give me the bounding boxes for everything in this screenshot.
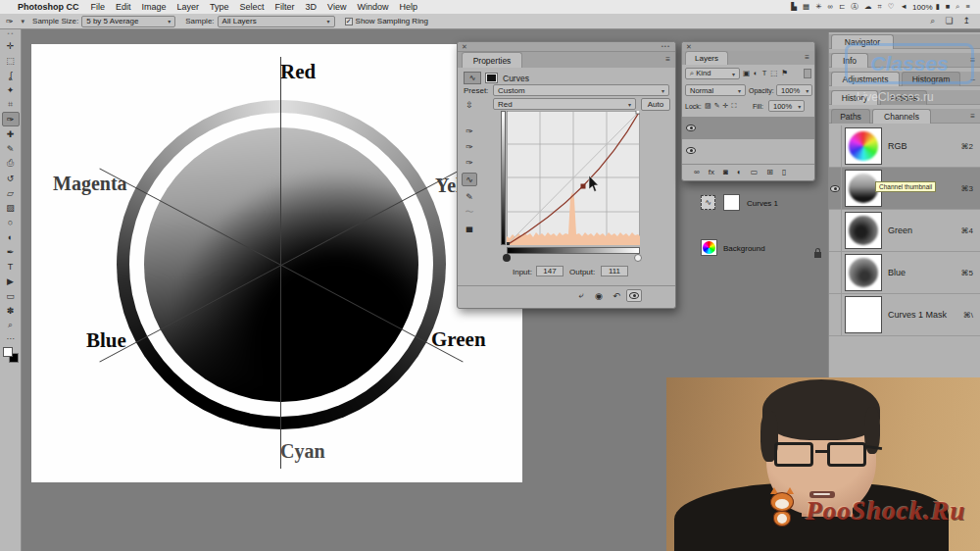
panel-menu-icon[interactable]: – xyxy=(971,75,975,83)
visibility-well[interactable] xyxy=(829,252,842,294)
preset-dropdown[interactable]: Custom ▾ xyxy=(493,84,669,96)
tab-paths[interactable]: Paths xyxy=(831,109,870,124)
black-point-eyedropper-icon[interactable]: ✑ xyxy=(462,125,477,138)
lasso-tool[interactable]: ʆ xyxy=(2,68,20,82)
white-point-slider[interactable] xyxy=(634,254,642,262)
sample-size-dropdown[interactable]: 5 by 5 Average ▾ xyxy=(81,16,175,27)
panel-menu-icon[interactable]: ≡ xyxy=(970,56,975,65)
status-icons[interactable]: ▙ ▦ ✳ ∞ ⊏ Ⓐ ☁ ⌗ ♡ ◄ xyxy=(791,2,909,12)
menu-window[interactable]: Window xyxy=(357,2,388,12)
visibility-well[interactable] xyxy=(829,294,842,336)
reset-adjustment-icon[interactable]: ↶ xyxy=(609,289,624,302)
blend-mode-dropdown[interactable]: Normal▾ xyxy=(685,84,746,96)
eyedropper-tool[interactable]: ✑ xyxy=(2,112,20,126)
move-tool[interactable]: ✛ xyxy=(2,38,20,53)
close-icon[interactable]: ✕ xyxy=(462,43,467,51)
channel-dropdown[interactable]: Red ▾ xyxy=(493,98,636,110)
visibility-well[interactable] xyxy=(829,168,842,210)
marquee-tool[interactable]: ⬚ xyxy=(2,53,20,68)
auto-button[interactable]: Auto xyxy=(641,98,670,111)
layer-row-background[interactable]: Background xyxy=(682,139,814,162)
edit-toolbar-ellipsis[interactable]: ⋯ xyxy=(7,334,15,343)
healing-brush-tool[interactable]: ✚ xyxy=(2,126,20,141)
sample-dropdown[interactable]: All Layers ▾ xyxy=(218,16,335,27)
lock-position-icon[interactable]: ✛ xyxy=(723,102,729,110)
foreground-color-swatch[interactable] xyxy=(3,347,13,357)
workspace-icon[interactable]: ❏ xyxy=(945,16,953,26)
menu-filter[interactable]: Filter xyxy=(275,2,295,12)
channel-visibility-eye-icon[interactable] xyxy=(830,185,840,192)
menu-select[interactable]: Select xyxy=(240,2,265,12)
menu-3d[interactable]: 3D xyxy=(306,2,318,12)
properties-panel-header[interactable]: ✕ ••• xyxy=(458,42,675,52)
channel-row-green[interactable]: Green ⌘4 xyxy=(829,210,980,252)
filter-toggle-switch[interactable] xyxy=(804,69,811,78)
layer-visibility-eye-icon[interactable] xyxy=(686,147,696,154)
blur-tool[interactable]: ○ xyxy=(2,215,20,229)
layer-name[interactable]: Curves 1 xyxy=(747,199,778,208)
view-previous-state-icon[interactable]: ◉ xyxy=(591,289,607,302)
background-layer-thumbnail[interactable] xyxy=(701,239,717,256)
eyedropper-tool-icon[interactable]: ✑ xyxy=(6,17,14,26)
curves-plot[interactable] xyxy=(507,111,640,245)
document-canvas[interactable]: Red Magenta Yellow Blue Green Cyan xyxy=(31,44,522,482)
visibility-well[interactable] xyxy=(829,125,842,168)
gradient-tool[interactable]: ▨ xyxy=(2,200,20,215)
pencil-curve-icon[interactable]: ✎ xyxy=(462,190,477,204)
tab-navigator[interactable]: Navigator xyxy=(831,34,894,49)
menu-view[interactable]: View xyxy=(327,2,346,12)
channel-row-curves-mask[interactable]: Curves 1 Mask ⌘\ xyxy=(829,294,980,336)
status-icons-right[interactable]: ▮ ■ ⌕ ≡ xyxy=(936,2,973,12)
dodge-tool[interactable]: ◐ xyxy=(2,229,20,244)
edit-points-curve-icon[interactable]: ∿ xyxy=(462,173,477,186)
shape-tool[interactable]: ▭ xyxy=(2,288,20,303)
targeted-adjustment-icon[interactable]: ⇳ xyxy=(462,98,477,112)
color-swatches[interactable] xyxy=(3,347,19,363)
lock-all-icon[interactable]: ⛶ xyxy=(731,102,736,110)
channel-row-blue[interactable]: Blue ⌘5 xyxy=(829,252,980,294)
link-layers-icon[interactable]: ∞ xyxy=(694,168,700,176)
path-select-tool[interactable]: ▶ xyxy=(2,274,20,288)
panel-menu-icon[interactable]: ≡ xyxy=(970,112,975,121)
layer-filter-dropdown[interactable]: ⌕ Kind ▾ xyxy=(685,68,740,79)
menu-image[interactable]: Image xyxy=(142,2,167,12)
filter-pixel-icon[interactable]: ▣ xyxy=(743,69,750,77)
toggle-visibility-eye-icon[interactable] xyxy=(626,289,642,302)
toolbar-drag-handle[interactable]: • • xyxy=(8,30,14,36)
tab-histogram[interactable]: Histogram xyxy=(902,72,960,86)
layer-effects-icon[interactable]: fx xyxy=(709,168,714,176)
visibility-well[interactable] xyxy=(829,210,842,252)
gray-point-eyedropper-icon[interactable]: ✑ xyxy=(462,140,477,154)
filter-shape-icon[interactable]: ⬚ xyxy=(770,69,777,77)
menu-layer[interactable]: Layer xyxy=(177,2,200,12)
histogram-toggle-icon[interactable]: ▄ xyxy=(462,220,477,233)
share-icon[interactable]: ↥ xyxy=(962,16,970,26)
search-icon[interactable]: ⌕ xyxy=(930,16,935,26)
output-value-field[interactable]: 111 xyxy=(601,266,628,276)
tab-channels[interactable]: Channels xyxy=(872,109,931,124)
crop-tool[interactable]: ⌗ xyxy=(2,97,20,112)
tab-info[interactable]: Info xyxy=(831,53,868,68)
layer-visibility-eye-icon[interactable] xyxy=(686,125,696,131)
white-point-eyedropper-icon[interactable]: ✑ xyxy=(462,156,477,170)
eraser-tool[interactable]: ▱ xyxy=(2,185,20,200)
new-adjustment-icon[interactable]: ◐ xyxy=(737,168,742,176)
new-group-icon[interactable]: ▭ xyxy=(751,168,759,176)
menu-type[interactable]: Type xyxy=(210,2,229,12)
filter-type-icon[interactable]: T xyxy=(762,69,767,77)
close-icon[interactable]: ✕ xyxy=(686,43,692,51)
opacity-dropdown[interactable]: 100%▾ xyxy=(776,84,812,96)
type-tool[interactable]: T xyxy=(2,259,20,274)
panel-menu-icon[interactable]: ≡ xyxy=(665,55,670,64)
clip-to-layer-icon[interactable]: ⤶ xyxy=(573,289,589,302)
pen-tool[interactable]: ✒ xyxy=(2,244,20,259)
layer-mask-thumbnail[interactable] xyxy=(723,194,740,211)
menu-help[interactable]: Help xyxy=(399,2,417,12)
app-menu-photoshop[interactable]: Photoshop CC xyxy=(18,2,79,12)
lock-pixels-icon[interactable]: ✎ xyxy=(714,102,720,110)
hand-tool[interactable]: ✽ xyxy=(2,303,20,318)
fill-dropdown[interactable]: 100%▾ xyxy=(768,100,805,112)
magic-wand-tool[interactable]: ✦ xyxy=(2,82,20,97)
history-brush-tool[interactable]: ↺ xyxy=(2,171,20,185)
brush-tool[interactable]: ✎ xyxy=(2,141,20,156)
